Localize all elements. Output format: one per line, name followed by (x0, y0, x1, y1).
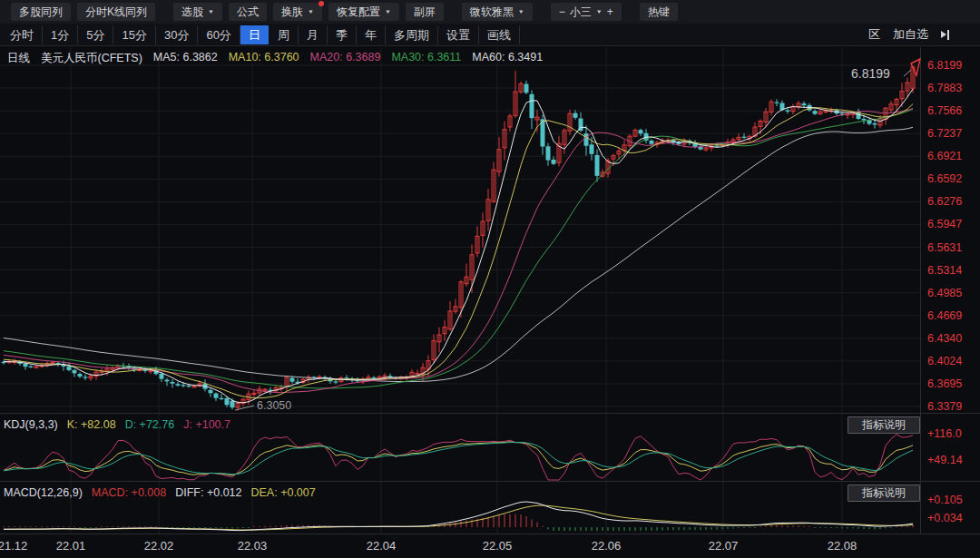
trading-app: 多股同列 分时K线同列 选股▼ 公式 换肤▼ 恢复配置▼ 副屏 微软雅黑▼ − … (0, 0, 980, 558)
kdj-help-button[interactable]: 指标说明 (848, 416, 920, 434)
macd-help-button[interactable]: 指标说明 (848, 485, 920, 502)
chart-canvas[interactable] (0, 0, 980, 558)
